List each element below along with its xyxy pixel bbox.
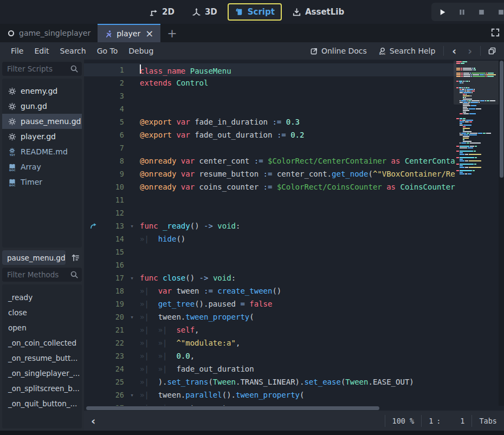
method-item-_on_singleplayer_[interactable]: _on_singleplayer_... <box>2 366 82 381</box>
code-line-14[interactable]: 14»|hide() <box>84 232 456 245</box>
code-line-10[interactable]: 10@onready var coins_counter := $ColorRe… <box>84 180 456 193</box>
code-text: »|var tween := create_tween() <box>140 287 281 295</box>
code-line-24[interactable]: 24»|»|fade_out_duration <box>84 362 456 375</box>
divider <box>471 415 472 427</box>
horizontal-scrollbar-thumb[interactable] <box>86 406 379 410</box>
code-area[interactable]: 1class_name PauseMenu2extends Control345… <box>84 63 456 406</box>
code-line-7[interactable]: 7 <box>84 141 456 154</box>
fold-chevron-icon[interactable]: ▾ <box>124 275 140 282</box>
script-item-README.md[interactable]: TXTREADME.md <box>2 144 82 159</box>
arrows-2d-icon <box>149 8 158 17</box>
current-script-label: pause_menu.gd <box>2 250 66 265</box>
scene-tab-player[interactable]: player× <box>98 24 160 42</box>
code-line-1[interactable]: 1class_name PauseMenu <box>84 63 456 76</box>
scene-tab-game_singleplayer[interactable]: game_singleplayer <box>0 24 98 42</box>
code-line-3[interactable]: 3 <box>84 89 456 102</box>
workspace-button-assetlib[interactable]: AssetLib <box>285 3 351 21</box>
line-number: 21 <box>102 326 124 334</box>
vertical-scrollbar-thumb[interactable] <box>500 61 503 178</box>
divider <box>480 46 481 56</box>
workspace-button-script[interactable]: Script <box>228 3 282 21</box>
window-bottom-strip <box>0 431 504 435</box>
code-line-22[interactable]: 22»|»|^"modulate:a", <box>84 336 456 349</box>
method-item-_on_coin_collected[interactable]: _on_coin_collected <box>2 335 82 350</box>
method-item-_on_quit_button_[interactable]: _on_quit_button_... <box>2 396 82 411</box>
stop-button[interactable] <box>476 7 487 17</box>
code-line-2[interactable]: 2extends Control <box>84 76 456 89</box>
script-item-enemy.gd[interactable]: enemy.gd <box>2 83 82 99</box>
code-line-17[interactable]: 17▾func close() -> void: <box>84 271 456 284</box>
scene-tab-label: player <box>117 29 140 38</box>
code-line-20[interactable]: 20▾»|tween.tween_property( <box>84 310 456 323</box>
script-item-Array[interactable]: DOCArray <box>2 159 82 174</box>
code-line-27[interactable]: 27»|»|center_cont. <box>84 401 456 406</box>
menu-edit[interactable]: Edit <box>29 45 54 57</box>
code-line-13[interactable]: 13▾func _ready() -> void: <box>84 219 456 232</box>
make-floating-icon[interactable] <box>486 47 499 55</box>
workspace-button-2d[interactable]: 2D <box>142 3 182 21</box>
line-number: 4 <box>102 105 124 113</box>
minimap-viewport[interactable] <box>454 61 499 105</box>
history-back-button[interactable]: ‹ <box>449 46 460 56</box>
method-item-close[interactable]: close <box>2 305 82 320</box>
methods-list: _readycloseopen_on_coin_collected_on_res… <box>2 284 82 428</box>
code-text: »|hide() <box>140 235 185 243</box>
code-minimap[interactable] <box>456 61 499 174</box>
method-item-_ready[interactable]: _ready <box>2 290 82 305</box>
code-editor[interactable]: 1class_name PauseMenu2extends Control345… <box>84 60 504 411</box>
method-item-open[interactable]: open <box>2 320 82 335</box>
code-line-15[interactable]: 15 <box>84 245 456 258</box>
menu-debug[interactable]: Debug <box>123 45 159 57</box>
script-item-pause_menu.gd[interactable]: pause_menu.gd <box>2 114 82 129</box>
indent-type[interactable]: Tabs <box>479 417 497 425</box>
fold-chevron-icon[interactable]: ▾ <box>124 392 140 399</box>
workspace-label: 3D <box>205 7 217 17</box>
method-item-_on_resume_butt[interactable]: _on_resume_butt... <box>2 350 82 366</box>
history-forward-button[interactable]: › <box>464 46 475 56</box>
code-line-4[interactable]: 4 <box>84 102 456 115</box>
script-item-player.gd[interactable]: player.gd <box>2 129 82 144</box>
menu-go-to[interactable]: Go To <box>92 45 124 57</box>
sort-methods-icon[interactable] <box>69 251 82 264</box>
code-line-12[interactable]: 12 <box>84 206 456 219</box>
expand-bottom-panel-button[interactable] <box>490 28 501 38</box>
play-button[interactable] <box>437 7 448 17</box>
method-item-_on_splitscreen_b[interactable]: _on_splitscreen_b... <box>2 381 82 396</box>
close-tab-icon[interactable]: × <box>145 29 153 38</box>
script-item-gun.gd[interactable]: gun.gd <box>2 99 82 114</box>
vertical-scrollbar[interactable] <box>499 60 504 406</box>
menu-search[interactable]: Search <box>55 45 92 57</box>
search-icon <box>70 64 79 73</box>
search-help-button[interactable]: DOCSearch Help <box>375 45 438 57</box>
code-line-9[interactable]: 9@onready var resume_button := center_co… <box>84 167 456 180</box>
code-line-18[interactable]: 18»|var tween := create_tween() <box>84 284 456 297</box>
script-item-Timer[interactable]: DOCTimer <box>2 174 82 190</box>
signal-connection-icon[interactable] <box>84 222 102 230</box>
code-line-6[interactable]: 6@export var fade_out_duration := 0.2 <box>84 128 456 141</box>
add-scene-tab-button[interactable]: + <box>160 24 183 42</box>
line-number: 22 <box>102 339 124 347</box>
code-line-11[interactable]: 11 <box>84 193 456 206</box>
zoom-level[interactable]: 100 % <box>392 417 415 425</box>
horizontal-scrollbar[interactable] <box>85 406 456 411</box>
code-line-26[interactable]: 26▾»|tween.parallel().tween_property( <box>84 388 456 401</box>
code-line-25[interactable]: 25»|).set_trans(Tween.TRANS_LINEAR).set_… <box>84 375 456 388</box>
code-line-19[interactable]: 19»|get_tree().paused = false <box>84 297 456 310</box>
menu-file[interactable]: File <box>5 45 29 57</box>
movie-button[interactable] <box>495 7 504 17</box>
code-line-8[interactable]: 8@onready var center_cont := $ColorRect/… <box>84 154 456 167</box>
workspace-button-3d[interactable]: 3D <box>185 3 224 21</box>
script-editor-column: 1class_name PauseMenu2extends Control345… <box>84 60 504 431</box>
pause-button[interactable] <box>456 7 467 17</box>
search-doc-icon: DOC <box>378 47 386 55</box>
code-line-16[interactable]: 16 <box>84 258 456 271</box>
fold-chevron-icon[interactable]: ▾ <box>124 314 140 321</box>
code-line-23[interactable]: 23»|»|0.0, <box>84 349 456 362</box>
code-line-5[interactable]: 5@export var fade_in_duration := 0.3 <box>84 115 456 128</box>
online-docs-button[interactable]: Online Docs <box>307 45 370 57</box>
fold-chevron-icon[interactable]: ▾ <box>124 223 140 230</box>
caret-separator: : <box>436 417 441 425</box>
line-number: 9 <box>102 170 124 178</box>
toggle-scripts-panel-button[interactable]: ‹ <box>91 415 95 426</box>
code-line-21[interactable]: 21»|»|self, <box>84 323 456 336</box>
